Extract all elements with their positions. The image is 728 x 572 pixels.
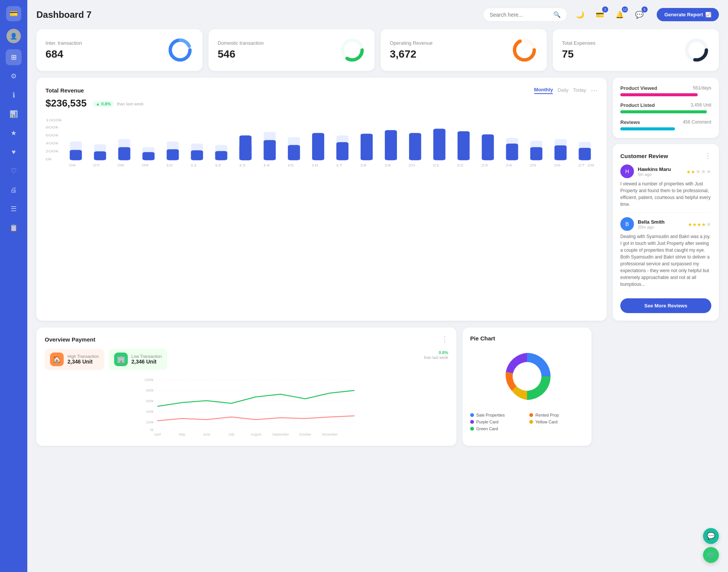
sidebar-item-star[interactable]: ★ [6, 125, 22, 141]
review-item-1: H Hawkins Maru 5m ago ★★★★★ I viewed a n… [620, 165, 711, 213]
svg-rect-40 [409, 133, 421, 160]
revenue-more-icon[interactable]: ⋯ [591, 86, 598, 94]
reviewer-name-2: Bella Smith [638, 219, 665, 225]
tab-monthly[interactable]: Monthly [534, 87, 553, 94]
metrics-card: Product Viewed 561/days Product Listed 3… [613, 78, 719, 138]
fab-cart[interactable]: 🛒 [703, 547, 719, 563]
high-tx-icon: 🏠 [50, 353, 64, 366]
review-text-2: Dealing with Syamsudin and Bakri was a j… [620, 233, 711, 288]
svg-rect-39 [385, 130, 397, 160]
bell-icon-btn[interactable]: 🔔 12 [613, 8, 626, 22]
high-tx-info: High Transaction 2,346 Unit [67, 354, 99, 365]
stat-value-revenue: 3,672 [390, 48, 433, 60]
generate-report-button[interactable]: Generate Report 📈 [657, 8, 719, 21]
svg-text:August: August [251, 433, 262, 436]
svg-rect-20 [118, 147, 130, 160]
svg-rect-18 [94, 151, 106, 160]
svg-text:April: April [154, 433, 161, 436]
svg-text:17: 17 [336, 164, 342, 168]
see-more-reviews-button[interactable]: See More Reviews [620, 298, 711, 313]
svg-text:600k: 600k [46, 133, 59, 137]
fab-chat[interactable]: 💬 [703, 528, 719, 544]
tx-pct-info: 0.8% than last week [424, 349, 448, 370]
sidebar-logo[interactable]: 💳 [6, 6, 21, 21]
overview-payment-card: Overview Payment ⋮ 🏠 High Transaction 2,… [36, 328, 457, 446]
legend-sale-properties: Sale Properties [470, 413, 525, 417]
search-input[interactable] [490, 12, 550, 18]
chat-icon-btn[interactable]: 💬 5 [632, 8, 646, 22]
review-text-1: I viewed a number of properties with Jus… [620, 180, 711, 208]
metric-bar-reviews [620, 127, 675, 130]
reviewer-avatar-2: B [620, 217, 634, 231]
stat-info-expenses: Total Expenses 75 [562, 40, 595, 60]
sidebar-item-print[interactable]: 🖨 [6, 182, 22, 198]
overview-more-icon[interactable]: ⋮ [441, 335, 448, 343]
metric-value-viewed: 561/days [693, 85, 711, 91]
donut-inter [167, 37, 193, 63]
svg-rect-43 [482, 135, 494, 160]
revenue-chart-tabs: Monthly Daily Today ⋯ [534, 86, 598, 94]
svg-rect-38 [361, 134, 373, 160]
user-avatar[interactable]: 👤 [6, 29, 21, 43]
wallet-icon-btn[interactable]: 💳 2 [593, 8, 607, 22]
review-more-icon[interactable]: ⋮ [704, 152, 711, 160]
stat-label-domestic: Domestic transaction [218, 40, 264, 46]
svg-rect-32 [264, 140, 276, 160]
review-title: Customer Review [620, 153, 668, 159]
legend-purple-card: Purple Card [470, 420, 525, 424]
low-tx-badge: 🏢 Low Transaction 2,346 Unit [109, 349, 167, 370]
svg-text:June: June [203, 433, 210, 436]
tab-daily[interactable]: Daily [557, 87, 568, 94]
svg-rect-51 [579, 148, 591, 160]
legend-dot-green [470, 427, 474, 431]
legend-dot-sale [470, 413, 474, 417]
chart-icon: 📈 [705, 12, 711, 17]
svg-rect-34 [288, 145, 300, 160]
stat-info-domestic: Domestic transaction 546 [218, 40, 264, 60]
tx-badges: 🏠 High Transaction 2,346 Unit 🏢 Low Tran… [45, 349, 448, 370]
overview-payment-title: Overview Payment [45, 336, 95, 343]
sidebar-item-dashboard[interactable]: ⊞ [6, 49, 22, 65]
sidebar-item-info[interactable]: ℹ [6, 87, 22, 103]
svg-rect-24 [167, 149, 179, 160]
svg-rect-30 [239, 144, 251, 160]
sidebar-item-heart2[interactable]: ♡ [6, 163, 22, 179]
svg-text:0k: 0k [46, 157, 52, 161]
svg-text:07: 07 [93, 164, 100, 168]
sidebar-item-settings[interactable]: ⚙ [6, 68, 22, 84]
svg-text:0k: 0k [150, 428, 154, 432]
svg-text:12: 12 [215, 164, 221, 168]
stars-1: ★★★★★ [686, 168, 711, 175]
sidebar-item-chart[interactable]: 📊 [6, 106, 22, 122]
stat-card-operating-revenue: Operating Revenue 3,672 [381, 29, 547, 71]
revenue-amount: $236,535 [46, 97, 86, 109]
svg-text:23: 23 [481, 164, 488, 168]
stars-2: ★★★★★ [688, 221, 711, 228]
search-box[interactable]: 🔍 [483, 8, 567, 22]
tab-today[interactable]: Today [573, 87, 586, 94]
svg-text:15: 15 [287, 164, 294, 168]
page-title: Dashboard 7 [36, 9, 483, 20]
svg-text:May: May [179, 433, 185, 436]
sidebar-item-doc[interactable]: 📋 [6, 220, 22, 236]
stat-card-total-expenses: Total Expenses 75 [553, 29, 719, 71]
stat-info-inter: Inter. transaction 684 [46, 40, 82, 60]
svg-text:September: September [272, 433, 289, 436]
donut-expenses [683, 37, 710, 63]
search-icon: 🔍 [553, 11, 561, 18]
svg-text:October: October [299, 433, 311, 436]
up-arrow-icon: ▲ [96, 102, 100, 106]
metric-label-viewed: Product Viewed [620, 85, 657, 91]
stat-label-revenue: Operating Revenue [390, 40, 433, 46]
svg-text:09: 09 [142, 164, 149, 168]
sidebar-item-list[interactable]: ☰ [6, 201, 22, 217]
fab-wrap: 💬 🛒 [703, 528, 719, 563]
sidebar-item-heart[interactable]: ♥ [6, 144, 22, 160]
dark-mode-toggle[interactable]: 🌙 [573, 8, 587, 22]
svg-text:21: 21 [433, 164, 439, 168]
reviewer-info-1: Hawkins Maru 5m ago [638, 166, 671, 177]
svg-text:18: 18 [360, 164, 367, 168]
bar-chart: 1000k 800k 600k 400k 200k 0k [46, 116, 598, 169]
stat-value-expenses: 75 [562, 48, 595, 60]
tx-pct-value: 0.8% [439, 350, 448, 355]
